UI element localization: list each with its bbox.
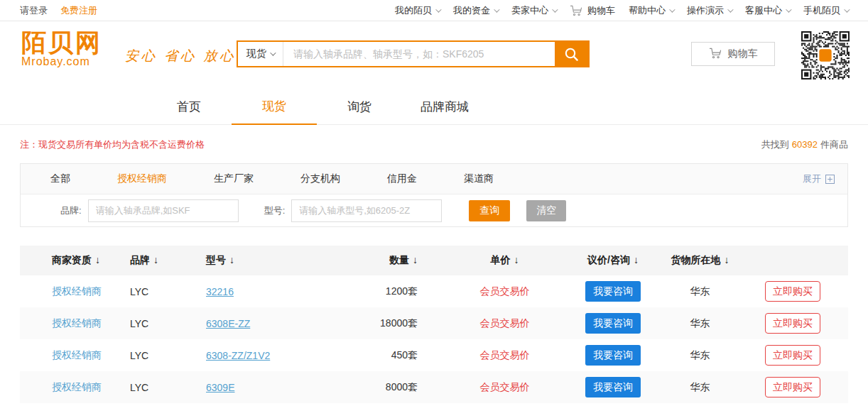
model-cell: 6309E <box>205 382 336 393</box>
buy-cell: 立即购买 <box>737 313 848 334</box>
model-input[interactable] <box>291 199 442 222</box>
member-price-text[interactable]: 会员交易价 <box>480 317 530 329</box>
nav-tab-item[interactable]: 询货 <box>317 99 402 124</box>
chevron-down-icon <box>552 6 558 12</box>
brand-input[interactable] <box>88 199 239 222</box>
nav-tab-active[interactable]: 现货 <box>232 98 317 125</box>
topbar-menu-item-label: 卖家中心 <box>511 4 548 17</box>
seller-type-tab[interactable]: 分支机构 <box>300 172 340 185</box>
price-cell: 会员交易价 <box>425 285 563 298</box>
qualification-link[interactable]: 授权经销商 <box>52 381 102 393</box>
qualification-link[interactable]: 授权经销商 <box>52 317 102 329</box>
main-nav: 首页现货询货品牌商城 <box>0 85 868 125</box>
column-header[interactable]: 商家资质↓ <box>20 254 130 267</box>
brand-label: 品牌: <box>60 204 82 217</box>
topbar-menu-item[interactable]: 手机陌贝 <box>803 4 848 17</box>
member-price-text[interactable]: 会员交易价 <box>480 285 530 297</box>
column-header-label: 商家资质 <box>52 254 92 265</box>
seller-type-tab[interactable]: 渠道商 <box>464 172 494 185</box>
model-link[interactable]: 6308-ZZ/Z1V2 <box>206 350 270 361</box>
cart-icon <box>709 48 722 61</box>
seller-type-tab[interactable]: 授权经销商 <box>117 172 167 185</box>
model-link[interactable]: 6308E-ZZ <box>206 318 250 329</box>
topbar-menu-item-label: 帮助中心 <box>629 4 666 17</box>
buy-button[interactable]: 立即购买 <box>765 313 820 334</box>
query-button[interactable]: 查询 <box>469 200 510 221</box>
qr-code <box>801 31 850 79</box>
topbar-menu-item[interactable]: 购物车 <box>570 4 615 17</box>
cart-button[interactable]: 购物车 <box>691 42 775 66</box>
column-header[interactable]: 数量↓ <box>336 254 425 267</box>
qualification-cell: 授权经销商 <box>20 285 130 298</box>
filter-inputs-row: 品牌: 型号: 查询 清空 <box>21 194 847 226</box>
column-header-label: 单价 <box>491 254 511 265</box>
column-header[interactable]: 品牌↓ <box>130 254 205 267</box>
topbar-menu-item-label: 我的资金 <box>453 4 490 17</box>
quantity-cell: 450套 <box>336 349 425 362</box>
consult-button[interactable]: 我要咨询 <box>585 281 641 302</box>
buy-button[interactable]: 立即购买 <box>765 281 820 302</box>
search-button[interactable] <box>555 42 588 66</box>
qualification-link[interactable]: 授权经销商 <box>52 285 102 297</box>
seller-type-row: 全部授权经销商生产厂家分支机构信用金渠道商 展开 <box>21 164 847 194</box>
table-row: 授权经销商LYC6308E-ZZ18000套会员交易价我要咨询华东立即购买 <box>20 307 848 339</box>
column-header[interactable]: 型号↓ <box>205 254 336 267</box>
column-header[interactable]: 议价/咨询↓ <box>563 254 663 267</box>
search-bar: 现货 <box>237 40 590 67</box>
model-link[interactable]: 6309E <box>206 382 234 393</box>
login-link[interactable]: 请登录 <box>20 4 48 17</box>
member-price-text[interactable]: 会员交易价 <box>480 349 530 361</box>
consult-cell: 我要咨询 <box>563 377 663 397</box>
search-input[interactable] <box>283 42 555 66</box>
location-cell: 华东 <box>663 285 737 298</box>
topbar-menu-item[interactable]: 客服中心 <box>745 4 790 17</box>
model-link[interactable]: 32216 <box>206 286 234 297</box>
sort-arrow-down-icon: ↓ <box>413 254 418 265</box>
consult-button[interactable]: 我要咨询 <box>585 313 641 334</box>
column-header-label: 数量 <box>389 254 409 265</box>
consult-button[interactable]: 我要咨询 <box>585 345 641 366</box>
topbar-menu-item[interactable]: 操作演示 <box>687 4 732 17</box>
buy-cell: 立即购买 <box>737 377 848 397</box>
consult-button[interactable]: 我要咨询 <box>585 377 641 397</box>
topbar-menu-item[interactable]: 我的资金 <box>453 4 498 17</box>
expand-toggle[interactable]: 展开 <box>803 172 835 185</box>
column-header[interactable]: 单价↓ <box>425 254 563 267</box>
results-number: 60392 <box>792 139 818 150</box>
register-link[interactable]: 免费注册 <box>60 4 97 17</box>
model-cell: 6308-ZZ/Z1V2 <box>205 350 336 361</box>
member-price-text[interactable]: 会员交易价 <box>480 381 530 393</box>
table-body: 授权经销商LYC322161200套会员交易价我要咨询华东立即购买授权经销商LY… <box>20 275 848 403</box>
buy-button[interactable]: 立即购买 <box>765 345 820 366</box>
chevron-down-icon <box>727 6 733 12</box>
qualification-cell: 授权经销商 <box>20 317 130 330</box>
results-table: 商家资质↓品牌↓型号↓数量↓单价↓议价/咨询↓货物所在地↓ 授权经销商LYC32… <box>20 246 848 403</box>
cart-icon <box>570 5 582 16</box>
topbar-menu-item[interactable]: 帮助中心 <box>629 4 673 17</box>
quantity-cell: 8000套 <box>336 381 425 394</box>
column-header-label: 品牌 <box>130 254 150 265</box>
nav-tab-item[interactable]: 品牌商城 <box>402 99 487 124</box>
model-cell: 32216 <box>205 286 336 297</box>
column-header[interactable]: 货物所在地↓ <box>663 254 737 267</box>
consult-cell: 我要咨询 <box>563 313 663 334</box>
nav-tab-item[interactable]: 首页 <box>146 99 232 124</box>
chevron-down-icon <box>270 50 276 55</box>
chevron-down-icon <box>494 6 499 12</box>
buy-cell: 立即购买 <box>737 281 848 302</box>
qualification-link[interactable]: 授权经销商 <box>52 349 102 361</box>
site-logo[interactable]: 陌贝网 Mrobay.com <box>21 30 102 68</box>
qualification-cell: 授权经销商 <box>20 349 130 362</box>
topbar-menu-item[interactable]: 我的陌贝 <box>395 4 440 17</box>
seller-type-tab[interactable]: 生产厂家 <box>214 172 254 185</box>
search-category-dropdown[interactable]: 现货 <box>238 42 283 66</box>
topbar-menu: 我的陌贝我的资金卖家中心 购物车帮助中心操作演示客服中心手机陌贝 <box>395 4 848 17</box>
site-header: 陌贝网 Mrobay.com 安心 省心 放心 现货 购物车 <box>0 21 868 85</box>
filter-panel: 全部授权经销商生产厂家分支机构信用金渠道商 展开 品牌: 型号: 查询 清空 <box>20 163 848 227</box>
seller-type-tab[interactable]: 全部 <box>50 172 70 185</box>
location-cell: 华东 <box>663 349 737 362</box>
clear-button[interactable]: 清空 <box>526 200 566 221</box>
topbar-menu-item[interactable]: 卖家中心 <box>511 4 556 17</box>
buy-button[interactable]: 立即购买 <box>765 377 820 397</box>
seller-type-tab[interactable]: 信用金 <box>387 172 417 185</box>
